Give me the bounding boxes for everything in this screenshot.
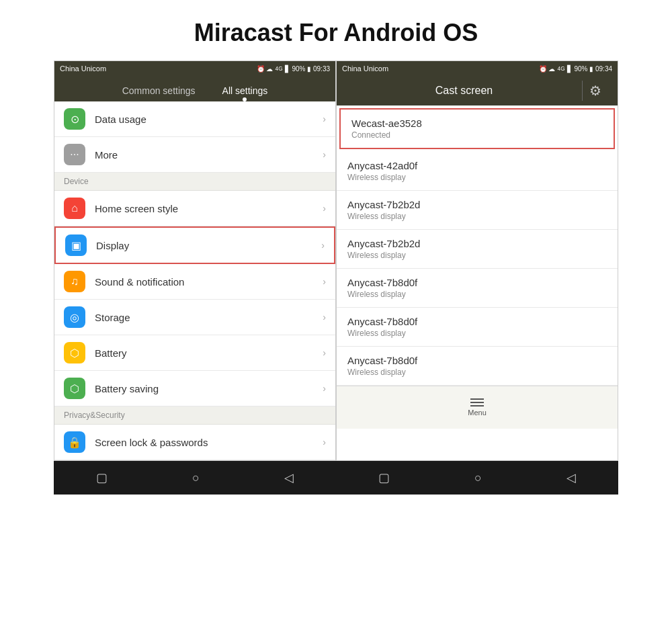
left-status-bar: China Unicom ⏰ ☁ 4G ▋ 90% ▮ 09:33 bbox=[54, 61, 335, 76]
nav-back-left[interactable]: ◁ bbox=[271, 465, 307, 490]
cast-item-wecast[interactable]: Wecast-ae3528 Connected bbox=[339, 108, 615, 149]
settings-item-storage[interactable]: ◎ Storage › bbox=[54, 300, 335, 335]
nav-circle-right[interactable]: ○ bbox=[461, 466, 495, 490]
cast-item-anycast-4[interactable]: Anycast-7b8d0f Wireless display bbox=[337, 269, 618, 308]
nav-circle-left[interactable]: ○ bbox=[179, 466, 213, 490]
nav-square-left[interactable]: ▢ bbox=[83, 465, 121, 490]
cast-item-anycast-6[interactable]: Anycast-7b8d0f Wireless display bbox=[337, 347, 618, 386]
gear-icon[interactable]: ⚙ bbox=[583, 76, 608, 105]
page-wrapper: Miracast For Android OS China Unicom ⏰ ☁… bbox=[0, 0, 672, 495]
storage-label: Storage bbox=[95, 312, 323, 323]
display-icon: ▣ bbox=[65, 234, 87, 256]
settings-item-display[interactable]: ▣ Display › bbox=[54, 226, 335, 264]
nav-back-right[interactable]: ◁ bbox=[553, 465, 589, 490]
right-status-icons: ⏰ ☁ 4G ▋ 90% ▮ 09:34 bbox=[539, 65, 612, 73]
cast-item-anycast-5[interactable]: Anycast-7b8d0f Wireless display bbox=[337, 308, 618, 347]
battery-chevron: › bbox=[323, 347, 326, 358]
cast-item-anycast-1-name: Anycast-42ad0f bbox=[347, 160, 607, 171]
settings-item-home-screen[interactable]: ⌂ Home screen style › bbox=[54, 191, 335, 226]
cast-item-anycast-6-name: Anycast-7b8d0f bbox=[347, 355, 607, 366]
cast-item-wecast-name: Wecast-ae3528 bbox=[351, 118, 603, 129]
settings-item-battery-saving[interactable]: ⬡ Battery saving › bbox=[54, 371, 335, 406]
right-bottom-bar: Menu bbox=[337, 386, 618, 429]
cast-item-anycast-4-status: Wireless display bbox=[347, 290, 607, 299]
nav-square-right[interactable]: ▢ bbox=[365, 465, 403, 490]
battery-saving-label: Battery saving bbox=[95, 383, 323, 394]
left-phone: China Unicom ⏰ ☁ 4G ▋ 90% ▮ 09:33 Common… bbox=[54, 60, 336, 461]
cast-item-anycast-3[interactable]: Anycast-7b2b2d Wireless display bbox=[337, 230, 618, 269]
section-device: Device bbox=[54, 173, 335, 191]
screen-lock-icon: 🔒 bbox=[64, 431, 85, 453]
cast-header-row: Cast screen ⚙ bbox=[337, 76, 618, 105]
left-status-icons: ⏰ ☁ 4G ▋ 90% ▮ 09:33 bbox=[257, 65, 330, 73]
display-label: Display bbox=[96, 240, 321, 251]
menu-line-3 bbox=[470, 405, 484, 406]
more-chevron: › bbox=[323, 149, 326, 160]
storage-icon: ◎ bbox=[64, 306, 85, 328]
left-carrier: China Unicom bbox=[60, 65, 106, 73]
cast-item-anycast-5-status: Wireless display bbox=[347, 329, 607, 338]
settings-item-more[interactable]: ··· More › bbox=[54, 137, 335, 173]
page-title: Miracast For Android OS bbox=[0, 0, 672, 60]
cast-item-anycast-3-name: Anycast-7b2b2d bbox=[347, 238, 607, 249]
sound-icon: ♫ bbox=[64, 271, 85, 292]
tab-common-settings[interactable]: Common settings bbox=[109, 81, 209, 101]
cast-item-anycast-1-status: Wireless display bbox=[347, 173, 607, 182]
phones-container: China Unicom ⏰ ☁ 4G ▋ 90% ▮ 09:33 Common… bbox=[0, 60, 672, 461]
settings-item-screen-lock[interactable]: 🔒 Screen lock & passwords › bbox=[54, 425, 335, 460]
data-usage-chevron: › bbox=[323, 114, 326, 124]
menu-label: Menu bbox=[468, 409, 487, 417]
display-chevron: › bbox=[321, 240, 325, 251]
battery-label: Battery bbox=[95, 347, 323, 359]
screen-lock-label: Screen lock & passwords bbox=[95, 437, 323, 448]
battery-saving-icon: ⬡ bbox=[64, 378, 85, 399]
screen-lock-chevron: › bbox=[323, 437, 326, 447]
menu-button[interactable]: Menu bbox=[462, 393, 492, 422]
sound-label: Sound & notification bbox=[95, 276, 323, 288]
storage-chevron: › bbox=[323, 312, 326, 323]
data-usage-icon: ⊙ bbox=[64, 108, 85, 130]
cast-item-anycast-2-name: Anycast-7b2b2d bbox=[347, 199, 607, 210]
cast-screen-title: Cast screen bbox=[346, 77, 582, 105]
settings-item-data-usage[interactable]: ⊙ Data usage › bbox=[54, 101, 335, 137]
cast-item-wecast-status: Connected bbox=[351, 130, 603, 140]
home-screen-label: Home screen style bbox=[95, 203, 323, 214]
settings-item-battery[interactable]: ⬡ Battery › bbox=[54, 335, 335, 371]
battery-saving-chevron: › bbox=[323, 383, 326, 394]
cast-item-anycast-1[interactable]: Anycast-42ad0f Wireless display bbox=[337, 152, 618, 191]
cast-list: Wecast-ae3528 Connected Anycast-42ad0f W… bbox=[337, 108, 618, 386]
menu-icon bbox=[470, 398, 484, 406]
home-screen-chevron: › bbox=[323, 203, 326, 214]
cast-item-anycast-3-status: Wireless display bbox=[347, 251, 607, 260]
left-nav-bar: Common settings All settings bbox=[54, 76, 335, 101]
sound-chevron: › bbox=[323, 276, 326, 287]
right-phone: China Unicom ⏰ ☁ 4G ▋ 90% ▮ 09:34 Cast s… bbox=[336, 60, 618, 461]
cast-item-anycast-2[interactable]: Anycast-7b2b2d Wireless display bbox=[337, 191, 618, 230]
home-screen-icon: ⌂ bbox=[64, 198, 85, 219]
settings-item-sound[interactable]: ♫ Sound & notification › bbox=[54, 264, 335, 300]
cast-item-anycast-4-name: Anycast-7b8d0f bbox=[347, 277, 607, 288]
section-privacy: Privacy&Security bbox=[54, 406, 335, 425]
right-status-bar: China Unicom ⏰ ☁ 4G ▋ 90% ▮ 09:34 bbox=[337, 61, 618, 76]
more-label: More bbox=[95, 149, 323, 161]
cast-item-anycast-6-status: Wireless display bbox=[347, 368, 607, 377]
bottom-nav: ▢ ○ ◁ ▢ ○ ◁ bbox=[54, 461, 618, 495]
settings-list: ⊙ Data usage › ··· More › Device ⌂ Home … bbox=[54, 101, 335, 460]
menu-line-2 bbox=[470, 402, 484, 403]
battery-icon: ⬡ bbox=[64, 342, 85, 363]
data-usage-label: Data usage bbox=[95, 114, 323, 125]
tab-all-settings[interactable]: All settings bbox=[209, 81, 282, 101]
cast-item-anycast-2-status: Wireless display bbox=[347, 212, 607, 221]
menu-line-1 bbox=[470, 398, 484, 400]
right-carrier: China Unicom bbox=[342, 65, 388, 73]
more-icon: ··· bbox=[64, 144, 85, 165]
cast-item-anycast-5-name: Anycast-7b8d0f bbox=[347, 316, 607, 327]
